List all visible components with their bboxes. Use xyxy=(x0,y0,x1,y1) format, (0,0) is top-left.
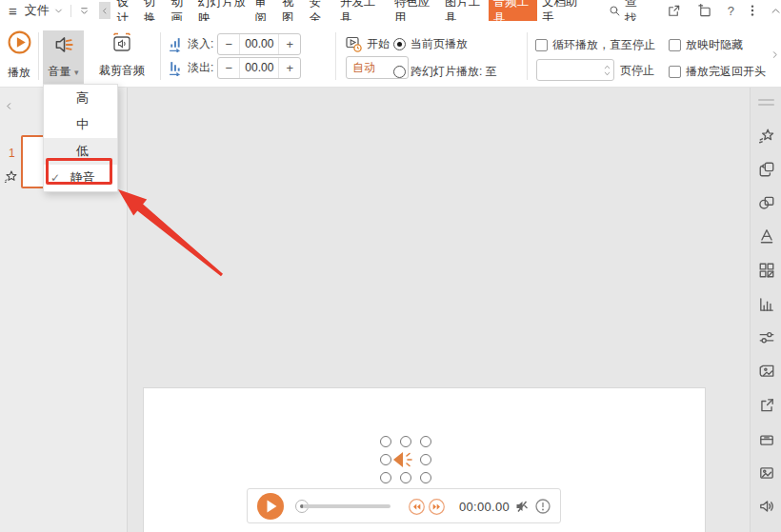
settings-sliders-icon[interactable] xyxy=(758,329,775,346)
checkbox-rewind-after-play[interactable]: 播放完返回开头 xyxy=(669,64,766,80)
player-forward-button[interactable] xyxy=(429,499,445,515)
slide-number: 1 xyxy=(9,147,15,160)
animation-icon[interactable] xyxy=(758,128,775,145)
spinner-arrows-icon[interactable] xyxy=(600,60,613,80)
volume-menu-item-high[interactable]: 高 xyxy=(44,85,117,111)
audio-speaker-icon xyxy=(390,446,419,473)
play-circle-icon xyxy=(7,30,32,55)
volume-speaker-icon xyxy=(52,33,75,56)
animation-star-icon xyxy=(4,169,18,184)
selection-handle[interactable] xyxy=(420,436,431,447)
fade-in-stepper: − 00.00 + xyxy=(217,33,301,55)
radio-selected-icon xyxy=(393,38,406,50)
fade-in-label: 淡入: xyxy=(188,36,213,52)
ribbon-audio-tools: 播放 音量 ▾ 裁剪音频 淡入: − 00.00 + xyxy=(0,21,781,88)
layout-grid-icon[interactable] xyxy=(758,262,775,279)
radio-play-current-page[interactable]: 当前页播放 xyxy=(393,36,468,52)
share-icon[interactable] xyxy=(667,4,681,18)
audio-icon[interactable] xyxy=(758,498,775,515)
slide-canvas: 00:00.00 xyxy=(128,88,750,532)
start-playback-icon xyxy=(345,35,363,53)
player-time: 00:00.00 xyxy=(459,500,512,514)
file-chevron-down-icon[interactable] xyxy=(54,7,63,15)
stop-page-value xyxy=(537,60,600,80)
checkbox-icon xyxy=(669,66,681,78)
fade-out-label: 淡出: xyxy=(188,60,213,76)
fade-out-stepper: − 00.00 + xyxy=(217,57,301,79)
player-play-button[interactable] xyxy=(256,492,285,521)
divider xyxy=(70,5,71,17)
play-audio-button[interactable]: 播放 xyxy=(2,30,36,81)
fade-in-icon xyxy=(168,36,184,52)
selection-handle[interactable] xyxy=(420,454,431,465)
fade-out-minus-button[interactable]: − xyxy=(218,61,239,75)
checkbox-hide-during-show[interactable]: 放映时隐藏 xyxy=(669,37,743,53)
picture-icon[interactable] xyxy=(758,464,775,482)
fade-out-plus-button[interactable]: + xyxy=(279,61,300,75)
fade-in-plus-button[interactable]: + xyxy=(279,37,300,51)
right-sidebar xyxy=(750,88,781,532)
pin-toolbar-icon[interactable] xyxy=(79,6,90,16)
search-icon xyxy=(609,5,621,17)
collapse-panel-icon[interactable] xyxy=(5,101,13,111)
volume-dropdown-caret-icon: ▾ xyxy=(74,68,79,77)
more-options-icon[interactable] xyxy=(751,4,754,17)
player-muted-icon[interactable] xyxy=(514,499,530,514)
hamburger-icon[interactable]: ≡ xyxy=(9,3,17,19)
selection-handle[interactable] xyxy=(420,472,431,483)
merge-shape-icon[interactable] xyxy=(758,194,775,211)
selection-handle[interactable] xyxy=(380,472,391,483)
selection-handle[interactable] xyxy=(400,472,411,483)
album-icon[interactable] xyxy=(758,363,775,380)
collapse-ribbon-icon[interactable] xyxy=(771,6,781,16)
checkbox-loop-until-stop[interactable]: 循环播放，直至停止 xyxy=(535,37,655,53)
player-rewind-button[interactable] xyxy=(409,499,425,515)
stop-page-spinner[interactable] xyxy=(536,59,614,81)
chart-icon[interactable] xyxy=(758,296,775,313)
checkbox-icon xyxy=(535,39,548,51)
fade-in-value[interactable]: 00.00 xyxy=(239,34,279,54)
menubar: ≡ 文件 设计 切换 动画 幻灯片放映 审阅 视图 安全 开发工具 特色应用 图… xyxy=(0,0,781,21)
audio-object[interactable] xyxy=(380,436,431,483)
fade-out-icon xyxy=(168,60,184,76)
wps-presentation-window: ≡ 文件 设计 切换 动画 幻灯片放映 审阅 视图 安全 开发工具 特色应用 图… xyxy=(0,0,781,532)
sidebar-drag-handle[interactable] xyxy=(758,99,774,108)
help-icon[interactable]: ? xyxy=(728,4,734,18)
tab-scroll-left-icon[interactable] xyxy=(99,2,110,19)
trim-audio-button[interactable]: 裁剪音频 xyxy=(91,30,152,83)
ribbon-overflow-chevron-icon[interactable] xyxy=(771,49,779,60)
radio-unselected-icon xyxy=(393,66,406,78)
trim-audio-icon xyxy=(110,32,134,55)
player-info-icon[interactable] xyxy=(535,499,551,514)
new-slide-icon[interactable] xyxy=(697,4,711,18)
checkbox-icon xyxy=(669,39,681,51)
player-progress-track[interactable] xyxy=(303,504,390,508)
start-label: 开始 xyxy=(367,36,390,52)
switch-shape-icon[interactable] xyxy=(758,161,775,178)
annotation-arrow xyxy=(95,181,229,281)
audio-player-bar: 00:00.00 xyxy=(247,488,561,523)
volume-menu-item-medium[interactable]: 中 xyxy=(44,111,117,138)
fade-out-value[interactable]: 00.00 xyxy=(239,58,279,78)
volume-button[interactable]: 音量 ▾ xyxy=(43,30,84,84)
archive-box-icon[interactable] xyxy=(758,430,775,447)
file-menu[interactable]: 文件 xyxy=(25,2,50,19)
start-mode-value: 自动 xyxy=(352,60,375,76)
menubar-right-icons: ? xyxy=(667,4,781,18)
share-icon[interactable] xyxy=(758,397,775,414)
fade-in-minus-button[interactable]: − xyxy=(218,37,239,51)
page-stop-label: 页停止 xyxy=(620,63,654,79)
radio-play-across-slides[interactable]: 跨幻灯片播放: 至 xyxy=(393,64,497,80)
wordart-icon[interactable] xyxy=(758,227,775,245)
slide-1[interactable]: 00:00.00 xyxy=(143,387,706,532)
